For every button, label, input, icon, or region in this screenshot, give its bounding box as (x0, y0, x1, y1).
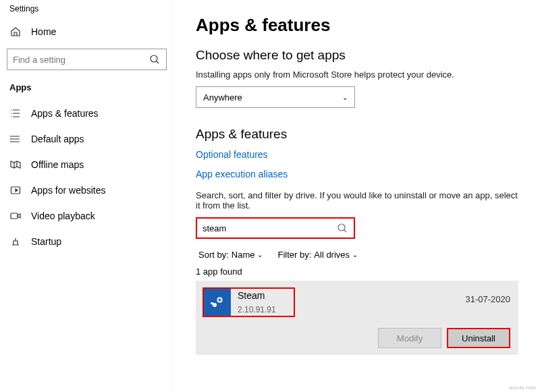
filter-value: All drives (314, 250, 350, 260)
sort-label: Sort by: (198, 250, 229, 260)
search-icon (336, 222, 348, 234)
svg-rect-2 (11, 213, 18, 219)
chevron-down-icon: ⌄ (352, 251, 358, 258)
app-install-date: 31-07-2020 (466, 287, 511, 304)
sort-by-control[interactable]: Sort by: Name ⌄ (198, 250, 263, 260)
sidebar: Settings Home Apps Apps & features Defau… (0, 0, 174, 392)
app-search-input[interactable] (196, 217, 355, 239)
home-label: Home (31, 26, 56, 37)
home-icon (9, 26, 22, 38)
sidebar-item-apps-features[interactable]: Apps & features (0, 101, 173, 126)
apps-found-count: 1 app found (196, 267, 518, 277)
sidebar-item-startup[interactable]: Startup (0, 229, 173, 254)
map-icon (9, 159, 22, 171)
svg-point-6 (219, 299, 221, 302)
sort-filter-row: Sort by: Name ⌄ Filter by: All drives ⌄ (196, 247, 518, 267)
sidebar-item-video-playback[interactable]: Video playback (0, 203, 173, 229)
sidebar-item-offline-maps[interactable]: Offline maps (0, 152, 173, 177)
watermark: wscdn.com (509, 385, 536, 391)
svg-point-3 (338, 224, 345, 231)
search-helper: Search, sort, and filter by drive. If yo… (196, 190, 518, 211)
choose-helper: Installing apps only from Microsoft Stor… (196, 69, 518, 80)
modify-button: Modify (378, 328, 441, 348)
find-setting-input[interactable] (7, 49, 167, 70)
sort-value: Name (232, 250, 255, 260)
window-title: Settings (0, 0, 173, 19)
main-content: Apps & features Choose where to get apps… (174, 0, 540, 392)
uninstall-button[interactable]: Uninstall (447, 328, 510, 348)
chevron-down-icon: ⌄ (342, 94, 348, 101)
steam-icon (204, 289, 231, 316)
app-search-field[interactable] (202, 223, 336, 233)
sidebar-item-label: Apps for websites (31, 185, 106, 196)
filter-label: Filter by: (277, 250, 311, 260)
website-icon (9, 184, 22, 196)
app-entry-highlight: Steam 2.10.91.91 (202, 287, 295, 317)
app-entry-steam[interactable]: Steam 2.10.91.91 31-07-2020 Modify Unins… (196, 281, 518, 355)
app-source-dropdown[interactable]: Anywhere ⌄ (196, 86, 355, 108)
home-button[interactable]: Home (0, 19, 173, 45)
video-icon (9, 210, 22, 222)
chevron-down-icon: ⌄ (257, 251, 263, 258)
filter-by-control[interactable]: Filter by: All drives ⌄ (277, 250, 358, 260)
app-execution-aliases-link[interactable]: App execution aliases (196, 169, 288, 179)
page-title: Apps & features (196, 15, 518, 36)
sidebar-item-label: Video playback (31, 211, 95, 221)
search-icon (148, 53, 161, 65)
startup-icon (9, 235, 22, 248)
defaults-icon (9, 133, 22, 145)
list-heading: Apps & features (196, 127, 518, 142)
optional-features-link[interactable]: Optional features (196, 149, 268, 160)
sidebar-item-label: Offline maps (31, 159, 84, 170)
sidebar-item-label: Apps & features (31, 108, 99, 119)
app-version: 2.10.91.91 (238, 305, 276, 314)
svg-point-0 (151, 55, 157, 62)
choose-heading: Choose where to get apps (196, 48, 518, 63)
dropdown-value: Anywhere (203, 92, 242, 103)
sidebar-item-label: Default apps (31, 134, 84, 144)
list-icon (9, 107, 22, 119)
sidebar-item-default-apps[interactable]: Default apps (0, 126, 173, 152)
sidebar-item-apps-websites[interactable]: Apps for websites (0, 177, 173, 203)
sidebar-item-label: Startup (31, 236, 61, 247)
sidebar-section: Apps (0, 80, 173, 101)
find-setting-field[interactable] (13, 55, 148, 65)
svg-point-4 (210, 295, 225, 310)
app-name: Steam (238, 290, 276, 301)
